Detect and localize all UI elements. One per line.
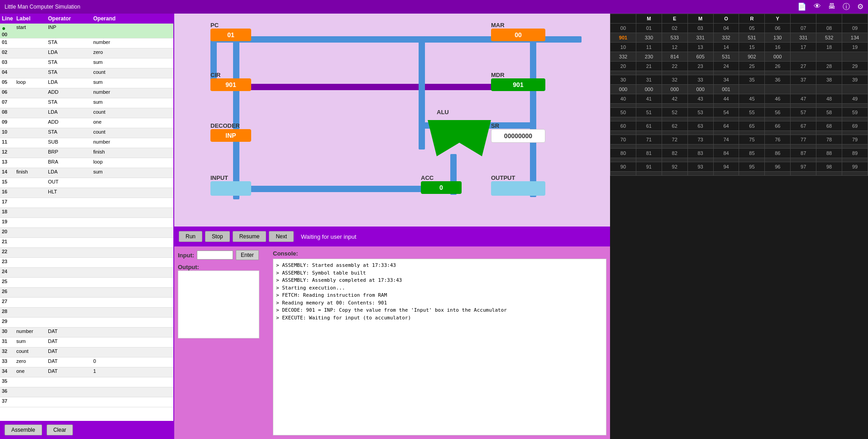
code-label <box>14 39 46 48</box>
code-row[interactable]: 26 <box>0 288 173 298</box>
code-row[interactable]: 33zeroDAT0 <box>0 357 173 367</box>
memory-cell: 73 <box>687 135 713 145</box>
memory-cell: 17 <box>791 43 816 52</box>
code-row[interactable]: 12BRPfinish <box>0 148 173 158</box>
print-icon[interactable]: 🖶 <box>828 2 835 12</box>
code-operand: sum <box>91 58 146 68</box>
code-row[interactable]: 17 <box>0 198 173 208</box>
memory-cell <box>687 145 713 149</box>
code-row[interactable]: 19 <box>0 218 173 228</box>
assemble-button[interactable]: Assemble <box>5 425 42 435</box>
memory-cell: 901 <box>610 33 636 43</box>
code-line-number: 03 <box>0 58 14 68</box>
input-field[interactable] <box>197 251 233 260</box>
code-line-number: 12 <box>0 148 14 158</box>
code-row[interactable]: 07STAsum <box>0 98 173 108</box>
code-row[interactable]: 01STAnumber <box>0 39 173 48</box>
stop-button[interactable]: Stop <box>205 231 230 242</box>
memory-cell: 32 <box>662 75 687 85</box>
code-row[interactable]: 16HLT <box>0 188 173 198</box>
code-row[interactable]: 22 <box>0 248 173 258</box>
code-row[interactable]: 11SUBnumber <box>0 138 173 148</box>
code-operand <box>91 377 146 387</box>
code-row[interactable]: 08LDAcount <box>0 108 173 118</box>
code-row[interactable]: 04STAcount <box>0 68 173 78</box>
code-label: finish <box>14 168 46 178</box>
memory-row <box>610 104 868 108</box>
code-row[interactable]: 14finishLDAsum <box>0 168 173 178</box>
cir-label: CIR <box>210 72 220 78</box>
code-row[interactable]: 20 <box>0 228 173 238</box>
code-row[interactable]: 28 <box>0 308 173 318</box>
code-operand <box>91 318 146 327</box>
file-new-icon[interactable]: 📄 <box>797 2 806 12</box>
code-row[interactable]: 05loopLDAsum <box>0 78 173 88</box>
code-row[interactable]: 06ADDnumber <box>0 88 173 98</box>
info-icon[interactable]: ⓘ <box>843 2 850 12</box>
code-row[interactable]: 15OUT <box>0 178 173 188</box>
code-row[interactable]: 25 <box>0 278 173 288</box>
code-row[interactable]: 21 <box>0 238 173 248</box>
code-row[interactable]: 13BRAloop <box>0 158 173 168</box>
code-row[interactable]: 36 <box>0 387 173 397</box>
memory-row: 50515253545556575859 <box>610 108 868 117</box>
code-row[interactable]: 27 <box>0 298 173 308</box>
code-operand: count <box>91 128 146 138</box>
code-operator: LDA <box>46 108 91 118</box>
memory-cell <box>687 71 713 75</box>
code-line-number: 33 <box>0 357 14 367</box>
code-label: loop <box>14 78 46 88</box>
code-operator: DAT <box>46 357 91 367</box>
memory-col-header: M <box>636 14 662 24</box>
memory-cell: 331 <box>791 33 816 43</box>
memory-col-header: R <box>739 14 765 24</box>
memory-cell <box>610 172 636 176</box>
code-row[interactable]: 31sumDAT <box>0 338 173 347</box>
code-line-number: 08 <box>0 108 14 118</box>
next-button[interactable]: Next <box>269 231 294 242</box>
run-button[interactable]: Run <box>179 231 202 242</box>
code-operator <box>46 268 91 277</box>
memory-cell: 67 <box>791 121 816 131</box>
memory-cell <box>739 85 765 94</box>
code-row[interactable]: 29 <box>0 318 173 328</box>
code-label <box>14 178 46 188</box>
memory-cell: 75 <box>739 135 765 145</box>
code-row[interactable]: 02LDAzero <box>0 48 173 58</box>
file-open-icon[interactable]: 👁 <box>814 2 821 12</box>
code-row[interactable]: ● 00startINP <box>0 24 173 39</box>
memory-cell: 48 <box>816 94 842 104</box>
code-row[interactable]: 37 <box>0 397 173 407</box>
memory-cell <box>662 131 687 135</box>
code-row[interactable]: 10STAcount <box>0 128 173 138</box>
resume-button[interactable]: Resume <box>233 231 267 242</box>
code-row[interactable]: 09ADDone <box>0 118 173 128</box>
code-row[interactable]: 30numberDAT <box>0 328 173 338</box>
code-label <box>14 238 46 247</box>
code-operand <box>91 288 146 297</box>
code-row[interactable]: 18 <box>0 208 173 218</box>
input-cpu-label: INPUT <box>210 174 228 181</box>
memory-cell: 26 <box>765 62 791 71</box>
memory-row: 00010203040506070809 <box>610 24 868 33</box>
code-label <box>14 208 46 217</box>
enter-button[interactable]: Enter <box>236 250 259 260</box>
code-line-number: 36 <box>0 387 14 397</box>
output-cpu-label: OUTPUT <box>491 174 515 181</box>
clear-button[interactable]: Clear <box>47 425 73 435</box>
code-operator: ADD <box>46 118 91 128</box>
code-operator: DAT <box>46 367 91 377</box>
code-row[interactable]: 32countDAT <box>0 347 173 357</box>
memory-col-header: O <box>713 14 739 24</box>
code-operand: 1 <box>91 367 146 377</box>
code-operand: zero <box>91 48 146 58</box>
code-row[interactable]: 34oneDAT1 <box>0 367 173 377</box>
memory-cell <box>791 71 816 75</box>
memory-cell: 49 <box>842 94 868 104</box>
code-row[interactable]: 35 <box>0 377 173 387</box>
code-row[interactable]: 23 <box>0 258 173 268</box>
code-row[interactable]: 03STAsum <box>0 58 173 68</box>
code-row[interactable]: 24 <box>0 268 173 278</box>
memory-cell: 05 <box>739 24 765 33</box>
settings-icon[interactable]: ⚙ <box>857 2 863 12</box>
